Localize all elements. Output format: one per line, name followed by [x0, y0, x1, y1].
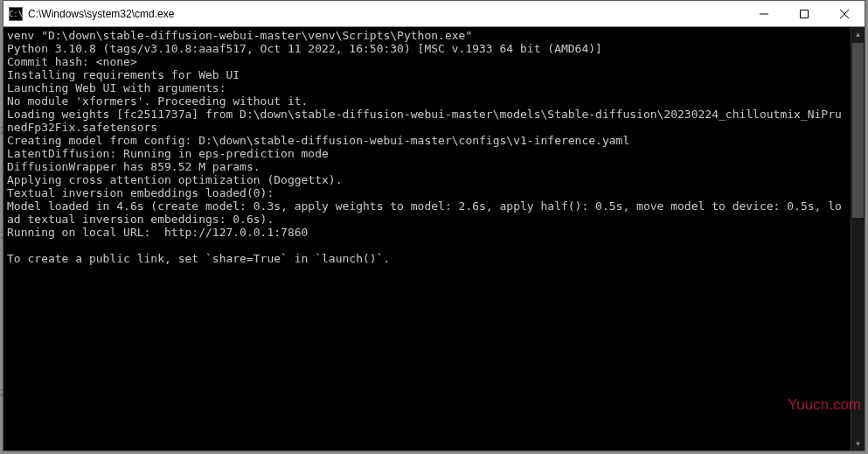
terminal-line: Commit hash: <none> — [7, 55, 847, 68]
window-controls — [744, 1, 865, 26]
terminal-line: venv "D:\down\stable-diffusion-webui-mas… — [7, 29, 847, 42]
cmd-icon: C:\ — [9, 7, 23, 21]
terminal-line: DiffusionWrapper has 859.52 M params. — [7, 160, 847, 173]
scrollbar[interactable]: ▲ ▼ — [851, 27, 865, 451]
close-button[interactable] — [824, 1, 865, 26]
scroll-down-arrow[interactable]: ▼ — [851, 437, 865, 451]
terminal-line — [7, 239, 847, 252]
terminal-line: No module 'xformers'. Proceeding without… — [7, 94, 847, 108]
terminal-line: Launching Web UI with arguments: — [7, 81, 847, 94]
maximize-icon — [800, 10, 809, 18]
terminal-line: LatentDiffusion: Running in eps-predicti… — [7, 147, 847, 160]
minimize-button[interactable] — [744, 1, 784, 26]
terminal-line: Installing requirements for Web UI — [7, 68, 847, 81]
terminal-output: venv "D:\down\stable-diffusion-webui-mas… — [3, 27, 851, 451]
close-icon — [840, 10, 849, 18]
minimize-icon — [760, 10, 768, 18]
scroll-up-arrow[interactable]: ▲ — [851, 27, 865, 41]
terminal-line: Loading weights [fc2511737a] from D:\dow… — [7, 108, 847, 134]
maximize-button[interactable] — [784, 1, 824, 26]
titlebar[interactable]: C:\ C:\Windows\system32\cmd.exe — [3, 1, 865, 27]
terminal-line: To create a public link, set `share=True… — [7, 252, 847, 265]
cmd-window: C:\ C:\Windows\system32\cmd.exe venv "D:… — [3, 0, 865, 451]
terminal-line: Running on local URL: http://127.0.0.1:7… — [7, 226, 847, 239]
terminal-line: Model loaded in 4.6s (create model: 0.3s… — [7, 199, 847, 226]
svg-rect-1 — [801, 10, 809, 17]
scrollbar-thumb[interactable] — [852, 43, 864, 218]
terminal-area[interactable]: venv "D:\down\stable-diffusion-webui-mas… — [3, 27, 865, 451]
terminal-line: Textual inversion embeddings loaded(0): — [7, 186, 847, 199]
terminal-line: Python 3.10.8 (tags/v3.10.8:aaaf517, Oct… — [7, 42, 847, 55]
terminal-line: Creating model from config: D:\down\stab… — [7, 134, 847, 147]
terminal-line: Applying cross attention optimization (D… — [7, 173, 847, 186]
window-title: C:\Windows\system32\cmd.exe — [28, 8, 744, 20]
